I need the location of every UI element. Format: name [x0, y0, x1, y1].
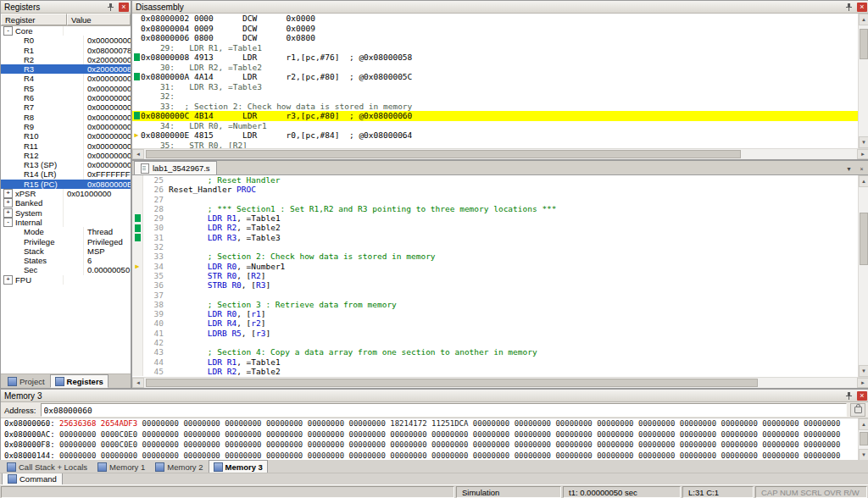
editor-line-30[interactable]: 30 LDR R2, =Table2 [132, 223, 858, 232]
editor-line-27[interactable]: 27 [132, 195, 858, 204]
editor-line-37[interactable]: 37 [132, 290, 858, 300]
scroll-down-button[interactable]: ▼ [859, 136, 868, 148]
register-row-banked[interactable]: +Banked [1, 198, 131, 208]
scrollbar-thumb[interactable] [860, 213, 868, 265]
memory-address-input[interactable] [41, 403, 848, 417]
disassembly-vertical-scrollbar[interactable]: ▲ ▼ [858, 14, 868, 148]
editor-line-35[interactable]: 35 STR R0, [R2] [132, 271, 858, 280]
pin-icon[interactable] [845, 391, 854, 401]
disassembly-line[interactable]: 0x0800000A 4A14 LDR r2,[pc,#80] ; @0x080… [132, 72, 858, 82]
disassembly-line[interactable]: 34: LDR R0, =Number1 [132, 121, 858, 131]
tab-command[interactable]: Command [2, 473, 63, 485]
register-row-fpu[interactable]: +FPU [1, 275, 131, 285]
scroll-left-button[interactable]: ◄ [132, 378, 144, 388]
scrollbar-thumb[interactable] [860, 432, 868, 445]
scroll-right-button[interactable]: ► [857, 149, 868, 159]
disassembly-titlebar[interactable]: Disassembly × [132, 1, 868, 14]
tree-expander-icon[interactable]: + [3, 208, 13, 218]
register-row-stack[interactable]: StackMSP [1, 246, 131, 256]
disassembly-line[interactable]: 0x08000008 4913 LDR r1,[pc,#76] ; @0x080… [132, 53, 858, 63]
pin-icon[interactable] [845, 3, 854, 12]
memory-lock-button[interactable] [850, 403, 865, 417]
close-icon[interactable]: × [857, 3, 867, 12]
tree-expander-icon[interactable]: - [3, 218, 13, 227]
tab-memory-2[interactable]: Memory 2 [150, 460, 208, 473]
editor-line-33[interactable]: 33 ; Section 2: Check how data is stored… [132, 252, 858, 261]
scroll-up-button[interactable]: ▲ [859, 175, 868, 187]
editor-line-40[interactable]: 40 LDR R4, [r2] [132, 318, 858, 328]
register-row-r7[interactable]: R70x00000000 [1, 102, 131, 112]
scroll-left-button[interactable]: ◄ [132, 149, 144, 159]
tree-expander-icon[interactable]: + [3, 198, 13, 208]
disassembly-line-highlighted[interactable]: 0x0800000C 4B14 LDR r3,[pc,#80] ; @0x080… [132, 111, 858, 121]
editor-horizontal-scrollbar[interactable]: ◄ ► [132, 377, 868, 388]
tab-registers[interactable]: Registers [50, 374, 108, 388]
register-row-r9[interactable]: R90x00000000 [1, 122, 131, 131]
scrollbar-thumb[interactable] [146, 150, 741, 158]
editor-line-41[interactable]: 41 LDRB R5, [r3] [132, 329, 858, 338]
tab-project[interactable]: Project [3, 374, 50, 388]
memory-row[interactable]: 0x080000F8: 00000000 0000C0E0 00000000 0… [4, 440, 858, 451]
registers-titlebar[interactable]: Registers × [1, 1, 131, 14]
register-row-r14-lr[interactable]: R14 (LR)0xFFFFFFFF [1, 169, 131, 179]
editor-line-42[interactable]: 42 [132, 338, 858, 347]
scroll-right-button[interactable]: ► [857, 378, 868, 388]
register-row-r2[interactable]: R20x20000000 [1, 55, 131, 64]
editor-line-32[interactable]: 32 [132, 242, 858, 252]
editor-line-43[interactable]: 43 ; Section 4: Copy a data array from o… [132, 347, 858, 357]
register-row-states[interactable]: States6 [1, 256, 131, 265]
memory-titlebar[interactable]: Memory 3 × [1, 390, 868, 402]
close-document-icon[interactable]: × [856, 163, 867, 174]
editor-line-28[interactable]: 28 ; *** Section1 : Set R1,R2 and R3 poi… [132, 204, 858, 213]
register-row-r3[interactable]: R30x20000008 [1, 64, 131, 74]
tab-memory-3[interactable]: Memory 3 [209, 460, 268, 473]
register-row-xpsr[interactable]: +xPSR0x01000000 [1, 189, 131, 198]
scroll-down-button[interactable]: ▼ [859, 365, 868, 377]
editor-line-39[interactable]: 39 LDR R0, [r1] [132, 309, 858, 318]
disassembly-horizontal-scrollbar[interactable]: ◄ ► [132, 148, 868, 159]
editor-vertical-scrollbar[interactable]: ▲ ▼ [858, 175, 868, 377]
register-row-r15-pc[interactable]: R15 (PC)0x0800000E [1, 180, 131, 189]
tab-call-stack-locals[interactable]: Call Stack + Locals [2, 460, 92, 473]
editor-line-25[interactable]: 25 ; Reset Handler [132, 175, 858, 185]
disassembly-line[interactable]: 31: LDR R3, =Table3 [132, 82, 858, 92]
editor-line-38[interactable]: 38 ; Section 3 : Retrieve data from memo… [132, 300, 858, 309]
register-row-r13-sp[interactable]: R13 (SP)0x00000000 [1, 160, 131, 169]
disassembly-line[interactable]: 0x08000004 0009 DCW 0x0009 [132, 24, 858, 34]
disassembly-line[interactable]: 35: STR R0, [R2] [132, 141, 858, 149]
register-row-r1[interactable]: R10x08000078 [1, 46, 131, 55]
register-row-r5[interactable]: R50x00000000 [1, 84, 131, 93]
memory-row[interactable]: 0x080000AC: 00000000 0000C0E0 00000000 0… [4, 430, 858, 441]
disassembly-line[interactable]: 29: LDR R1, =Table1 [132, 43, 858, 53]
scroll-up-button[interactable]: ▲ [859, 14, 868, 25]
register-row-sec[interactable]: Sec0.00000050 [1, 265, 131, 274]
register-row-internal[interactable]: -Internal [1, 218, 131, 227]
register-row-r6[interactable]: R60x00000000 [1, 93, 131, 102]
register-row-r4[interactable]: R40x00000000 [1, 74, 131, 83]
register-row-system[interactable]: +System [1, 208, 131, 218]
editor-line-45[interactable]: 45 LDR R2, =Table2 [132, 367, 858, 376]
register-row-r12[interactable]: R120x00000000 [1, 151, 131, 160]
editor-line-26[interactable]: 26Reset_Handler PROC [132, 185, 858, 194]
editor-line-31[interactable]: 31 LDR R3, =Table3 [132, 233, 858, 242]
register-row-r11[interactable]: R110x00000000 [1, 141, 131, 151]
disassembly-line[interactable]: 0x08000006 0800 DCW 0x0800 [132, 33, 858, 43]
scrollbar-thumb[interactable] [860, 29, 868, 59]
editor-line-44[interactable]: 44 LDR R1, =Table1 [132, 357, 858, 367]
document-list-dropdown-icon[interactable]: ▼ [843, 163, 854, 174]
disassembly-line[interactable]: 0x08000002 0000 DCW 0x0000 [132, 14, 858, 24]
pin-icon[interactable] [107, 3, 115, 12]
close-icon[interactable]: × [857, 391, 867, 401]
register-row-r10[interactable]: R100x00000000 [1, 131, 131, 141]
tree-expander-icon[interactable]: + [3, 189, 13, 198]
disassembly-line[interactable]: 32: [132, 91, 858, 102]
editor-line-29[interactable]: 29 LDR R1, =Table1 [132, 213, 858, 223]
disassembly-line[interactable]: 33: ; Section 2: Check how data is store… [132, 102, 858, 112]
memory-vertical-scrollbar[interactable]: ▲ ▼ [858, 418, 868, 461]
register-row-mode[interactable]: ModeThread [1, 227, 131, 236]
close-icon[interactable]: × [119, 3, 129, 12]
scroll-down-button[interactable]: ▼ [859, 449, 868, 461]
register-row-r8[interactable]: R80x00000000 [1, 113, 131, 122]
scroll-up-button[interactable]: ▲ [859, 418, 868, 430]
tab-memory-1[interactable]: Memory 1 [92, 460, 150, 473]
